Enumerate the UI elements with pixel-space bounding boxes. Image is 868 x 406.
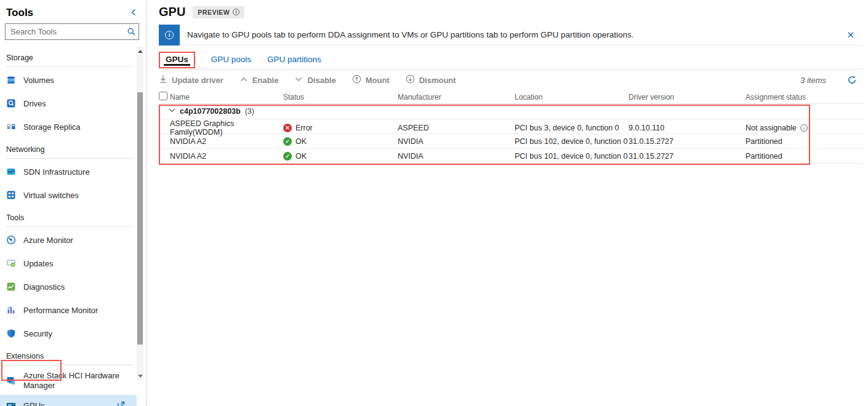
cell-driver-version: 31.0.15.2727 <box>629 152 745 161</box>
hci-hardware-manager-icon <box>6 376 16 386</box>
sidebar-item-label: Azure Monitor <box>23 236 73 245</box>
ok-status-icon: ✓ <box>283 137 292 146</box>
download-icon <box>159 75 167 86</box>
updates-icon <box>6 258 16 268</box>
sidebar-item-label: Storage Replica <box>23 122 81 132</box>
table-row[interactable]: NVIDIA A2 ✓ OK NVIDIA PCI bus 102, devic… <box>159 134 863 149</box>
scrollbar-thumb[interactable] <box>137 92 143 344</box>
info-icon: i <box>233 9 239 15</box>
disable-button[interactable]: Disable <box>294 75 336 86</box>
items-count: 3 items <box>800 76 826 85</box>
cell-status: Error <box>295 124 313 132</box>
gpu-table: Name Status Manufacturer Location Driver… <box>159 90 863 164</box>
section-storage: Storage <box>0 47 137 66</box>
banner-message: Navigate to GPU pools tab to perform DDA… <box>180 30 838 39</box>
sidebar-item-volumes[interactable]: Volumes <box>0 68 137 92</box>
col-header-assignment-status[interactable]: Assignment status <box>745 93 850 102</box>
sidebar-item-label: Volumes <box>23 76 54 85</box>
tab-gpus[interactable]: GPUs <box>159 52 195 68</box>
gpu-tool-main: GPU PREVIEW i i Navigate to GPU pools ta… <box>147 0 868 406</box>
preview-badge-label: PREVIEW <box>198 9 230 16</box>
enable-button[interactable]: Enable <box>239 75 279 86</box>
page-header: GPU PREVIEW i <box>159 5 244 19</box>
active-tab-underline <box>164 64 190 66</box>
popout-icon[interactable] <box>117 400 126 406</box>
sidebar-item-label: Updates <box>23 259 53 268</box>
dismount-button[interactable]: Dismount <box>406 74 456 86</box>
cell-assignment-status: Not assignable <box>745 124 797 132</box>
cell-name: NVIDIA A2 <box>170 152 283 161</box>
tab-gpu-pools[interactable]: GPU pools <box>211 52 251 64</box>
sdn-infrastructure-icon <box>6 167 16 177</box>
gpu-tabs: GPUs GPU pools GPU partitions <box>159 52 863 70</box>
sidebar-item-performance-monitor[interactable]: Performance Monitor <box>0 298 137 322</box>
cell-manufacturer: ASPEED <box>398 124 515 132</box>
col-header-name[interactable]: Name <box>170 93 283 102</box>
sidebar-nav: Storage Volumes Drives Storage Replica N… <box>0 47 137 406</box>
search-input[interactable] <box>6 27 124 36</box>
col-header-driver-version[interactable]: Driver version <box>629 93 745 102</box>
scroll-down-arrow-icon[interactable] <box>137 372 143 380</box>
group-count: (3) <box>245 107 254 116</box>
button-label: Dismount <box>419 76 456 85</box>
sidebar-item-updates[interactable]: Updates <box>0 252 137 275</box>
diagnostics-icon <box>6 282 16 292</box>
tools-sidebar: Tools Storage Volumes Drives Storage Rep… <box>0 0 147 406</box>
cell-name: NVIDIA A2 <box>170 137 283 146</box>
preview-badge: PREVIEW i <box>193 6 244 18</box>
info-icon: i <box>159 25 180 46</box>
button-label: Update driver <box>172 76 223 85</box>
button-label: Disable <box>307 76 336 85</box>
tab-gpu-partitions[interactable]: GPU partitions <box>267 52 321 64</box>
section-extensions: Extensions <box>0 345 137 365</box>
gpus-icon <box>6 400 16 406</box>
cell-assignment-status: Partitioned <box>745 137 850 146</box>
sidebar-item-diagnostics[interactable]: Diagnostics <box>0 275 137 298</box>
group-name: c4p1077002803b <box>180 107 241 116</box>
sidebar-item-azure-monitor[interactable]: Azure Monitor <box>0 228 137 252</box>
select-all-checkbox[interactable] <box>159 92 167 100</box>
info-banner: i Navigate to GPU pools tab to perform D… <box>159 25 863 46</box>
sidebar-item-sdn-infrastructure[interactable]: SDN Infrastructure <box>0 160 137 183</box>
sidebar-item-drives[interactable]: Drives <box>0 92 137 115</box>
mount-button[interactable]: Mount <box>352 74 390 86</box>
chevron-left-icon[interactable] <box>130 7 137 18</box>
virtual-switches-icon <box>6 190 16 200</box>
col-header-status[interactable]: Status <box>283 93 398 102</box>
sidebar-item-label: Diagnostics <box>23 282 65 292</box>
search-icon[interactable] <box>124 27 139 36</box>
sidebar-item-hci-hardware-manager[interactable]: Azure Stack HCI Hardware Manager <box>0 367 137 395</box>
sidebar-item-security[interactable]: Security <box>0 322 137 345</box>
gpu-toolbar: Update driver Enable Disable Mount Dismo… <box>159 70 863 90</box>
table-header-row: Name Status Manufacturer Location Driver… <box>159 90 863 104</box>
error-status-icon: ✕ <box>283 124 292 132</box>
cell-location: PCI bus 3, device 0, function 0 <box>515 124 629 132</box>
table-row[interactable]: NVIDIA A2 ✓ OK NVIDIA PCI bus 101, devic… <box>159 149 863 164</box>
scroll-up-arrow-icon[interactable] <box>137 47 143 55</box>
chevron-down-icon <box>294 75 303 86</box>
info-icon[interactable]: i <box>800 124 808 132</box>
sidebar-item-storage-replica[interactable]: Storage Replica <box>0 115 137 138</box>
chevron-up-icon <box>239 75 248 86</box>
divider <box>6 226 134 227</box>
sidebar-scrollbar[interactable] <box>137 47 143 380</box>
col-header-manufacturer[interactable]: Manufacturer <box>398 93 515 102</box>
storage-replica-icon <box>6 122 16 132</box>
cell-driver-version: 9.0.10.110 <box>629 124 745 132</box>
chevron-down-icon[interactable] <box>169 107 175 116</box>
refresh-icon[interactable] <box>847 75 857 85</box>
col-header-location[interactable]: Location <box>515 93 629 102</box>
sidebar-item-label: Security <box>23 329 52 338</box>
table-group-row[interactable]: c4p1077002803b (3) <box>159 104 863 119</box>
cell-manufacturer: NVIDIA <box>398 152 515 161</box>
page-title: GPU <box>159 5 185 19</box>
drives-icon <box>6 98 16 108</box>
tab-label: GPUs <box>166 55 188 64</box>
divider <box>6 158 134 159</box>
update-driver-button[interactable]: Update driver <box>159 75 223 86</box>
button-label: Enable <box>252 76 279 85</box>
sidebar-item-virtual-switches[interactable]: Virtual switches <box>0 183 137 207</box>
sidebar-item-gpus[interactable]: GPUs <box>0 395 137 406</box>
close-icon[interactable]: ✕ <box>838 30 863 41</box>
table-row[interactable]: ASPEED Graphics Family(WDDM) ✕ Error ASP… <box>159 119 863 134</box>
